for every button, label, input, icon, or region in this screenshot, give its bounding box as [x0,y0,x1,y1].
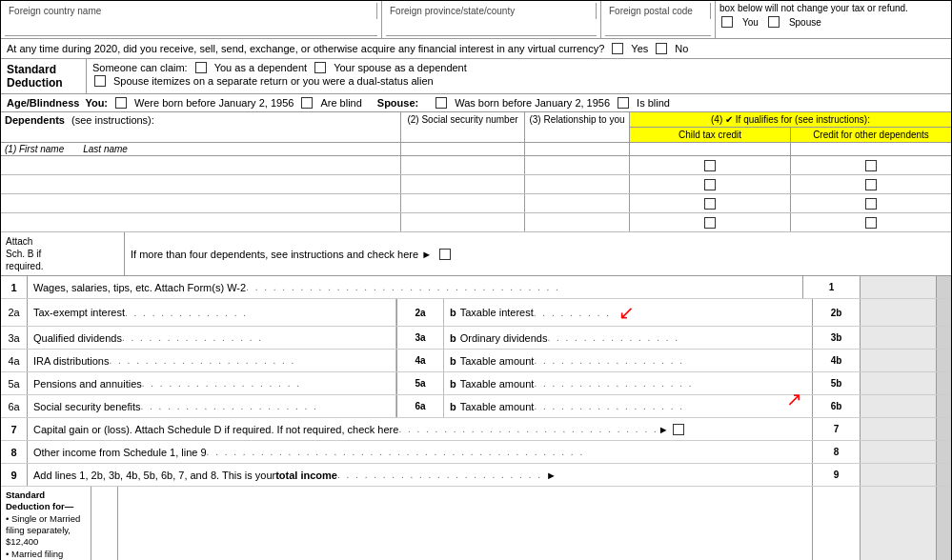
line-9-value[interactable] [860,464,936,486]
dep-ssn-3[interactable] [401,194,525,212]
line-7-desc: Capital gain or (loss). Attach Schedule … [28,418,812,440]
scrollbar-3[interactable] [936,327,951,349]
spouse-dependent-checkbox[interactable] [314,62,326,73]
you-checkbox[interactable] [721,16,733,28]
dep-data-row-1 [1,156,951,175]
dep-child-check-1[interactable] [630,156,791,174]
foreign-postal-input[interactable] [605,19,711,36]
dep-col4-header: (4) ✔ If qualifies for (see instructions… [630,112,951,142]
dep-name-3[interactable] [1,194,401,212]
dependents-header: Dependents (see instructions): (2) Socia… [1,112,951,143]
line-8-value[interactable] [860,441,936,463]
dep-child-checkbox-4[interactable] [704,217,716,229]
dep-other-dep-header: Credit for other dependents [791,128,951,142]
dep-other-checkbox-3[interactable] [865,198,877,210]
line-3a-desc: Qualified dividends . . . . . . . . . . … [28,327,396,349]
std-deduction-label: Standard Deduction [1,59,87,93]
line-4b-box: 4b [812,350,860,371]
scrollbar-10[interactable] [936,487,951,560]
line-9-desc: Add lines 1, 2b, 3b, 4b, 5b, 6b, 7, and … [28,464,812,486]
spouse-checkbox[interactable] [768,16,780,28]
dep-child-check-3[interactable] [630,194,791,212]
dep-child-checkbox-3[interactable] [704,198,716,210]
dep-name-1[interactable] [1,156,401,174]
dep-other-checkbox-1[interactable] [865,160,877,171]
line-6a-desc: Social security benefits . . . . . . . .… [28,395,396,417]
age-blindness-label: Age/Blindness [7,97,79,109]
scrollbar-5[interactable] [936,372,951,394]
foreign-country-input[interactable] [5,19,377,36]
spouse-label: Spouse [789,17,821,28]
dep-ssn-1[interactable] [401,156,525,174]
dep-child-checkbox-2[interactable] [704,179,716,190]
dep-child-check-4[interactable] [630,213,791,231]
scrollbar-8[interactable] [936,441,951,463]
you-dependent-checkbox[interactable] [195,62,207,73]
dep-rel-3[interactable] [525,194,630,212]
line-2b-box: 2b [812,299,860,326]
line-7-value[interactable] [860,418,936,440]
scrollbar-4[interactable] [936,350,951,371]
line-7-checkbox[interactable] [673,424,684,435]
line-2b-value[interactable] [860,299,936,326]
more-dep-checkbox[interactable] [439,249,451,260]
line-10-value[interactable] [860,487,936,560]
line-4a-num: 4a [1,350,28,371]
line-1-value[interactable] [860,276,936,298]
dep-name-4[interactable] [1,213,401,231]
dep-other-checkbox-4[interactable] [865,217,877,229]
dep-other-check-2[interactable] [791,175,951,193]
tax-form: Foreign country name Foreign province/st… [0,0,952,560]
dep-other-check-4[interactable] [791,213,951,231]
dep-other-sub [791,143,951,155]
dep-other-check-1[interactable] [791,156,951,174]
dep-ssn-4[interactable] [401,213,525,231]
dep-col4-inner: Child tax credit Credit for other depend… [630,128,951,142]
line-7-num: 7 [1,418,28,440]
line-6b-value[interactable] [860,395,936,417]
line-5b-value[interactable] [860,372,936,394]
scrollbar[interactable] [936,276,951,298]
is-blind-label: Is blind [637,97,670,109]
line-5a-desc: Pensions and annuities . . . . . . . . .… [28,372,396,394]
std-deduction-sidebar: Standard Deduction for— • Single or Marr… [1,487,91,560]
line-2a-num: 2a [1,299,28,326]
dep-child-tax-header: Child tax credit [630,128,791,142]
line-8-desc: Other income from Schedule 1, line 9 . .… [28,441,812,463]
born-before-checkbox[interactable] [115,97,127,109]
dep-rel-2[interactable] [525,175,630,193]
dep-name-subheader: (1) First name Last name [1,143,401,155]
line-1-row: 1 Wages, salaries, tips, etc. Attach For… [1,276,951,299]
dep-child-check-2[interactable] [630,175,791,193]
scrollbar-6[interactable] [936,395,951,417]
scrollbar-9[interactable] [936,464,951,486]
line-3b-value[interactable] [860,327,936,349]
line-4b-value[interactable] [860,350,936,371]
scrollbar-7[interactable] [936,418,951,440]
spouse-born-checkbox[interactable] [435,97,447,109]
foreign-province-input[interactable] [386,19,597,36]
dep-child-checkbox-1[interactable] [704,160,716,171]
line-3-row: 3a Qualified dividends . . . . . . . . .… [1,327,951,350]
scrollbar-2[interactable] [936,299,951,326]
dep-rel-4[interactable] [525,213,630,231]
spouse-itemizes-checkbox[interactable] [94,75,106,87]
dependents-subheader: (1) First name Last name [1,143,951,156]
line-10-num: 10 [91,487,118,560]
vc-no-checkbox[interactable] [656,43,667,54]
dep-child-sub [630,143,791,155]
dep-rel-1[interactable] [525,156,630,174]
dep-name-2[interactable] [1,175,401,193]
line-8-box: 8 [812,441,860,463]
is-blind-checkbox[interactable] [618,97,629,109]
are-blind-checkbox[interactable] [301,97,313,109]
dep-other-check-3[interactable] [791,194,951,212]
line-7-box: 7 [812,418,860,440]
dep-other-checkbox-2[interactable] [865,179,877,190]
more-dependents-row: AttachSch. B ifrequired. If more than fo… [1,232,951,276]
line-5a-box: 5a [396,372,444,394]
dep-ssn-2[interactable] [401,175,525,193]
line-6b-box: 6b [812,395,860,417]
line-10-desc: Adjustments to income: [118,487,812,560]
vc-yes-checkbox[interactable] [612,43,623,54]
